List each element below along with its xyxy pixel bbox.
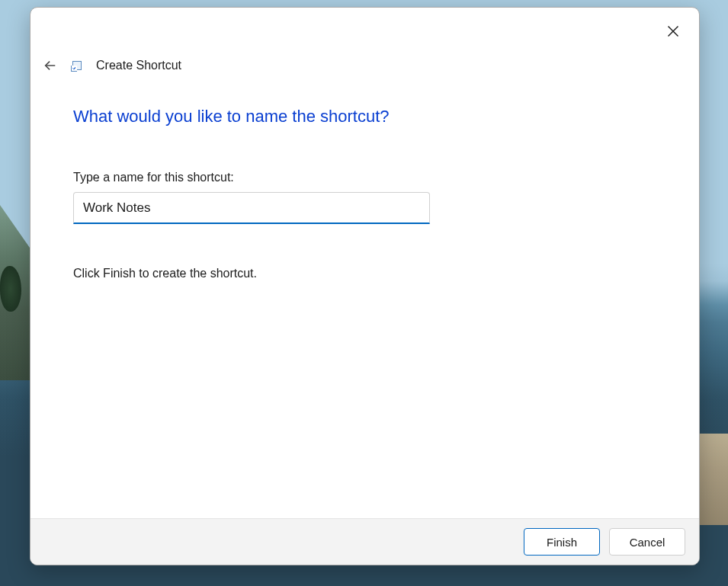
create-shortcut-dialog: Create Shortcut What would you like to n…: [30, 7, 700, 565]
background-tree: [0, 266, 21, 312]
back-button[interactable]: [41, 56, 59, 75]
shortcut-name-input[interactable]: [73, 192, 430, 224]
finish-button[interactable]: Finish: [524, 528, 600, 556]
dialog-title: Create Shortcut: [96, 59, 181, 72]
instruction-text: Click Finish to create the shortcut.: [73, 267, 656, 280]
shortcut-icon: [72, 60, 82, 71]
dialog-body: Create Shortcut What would you like to n…: [30, 8, 699, 518]
close-icon: [667, 25, 679, 37]
shortcut-name-label: Type a name for this shortcut:: [73, 171, 656, 184]
back-arrow-icon: [43, 59, 57, 72]
dialog-header: Create Shortcut: [41, 56, 181, 75]
page-heading: What would you like to name the shortcut…: [73, 107, 656, 126]
dialog-footer: Finish Cancel: [30, 518, 699, 565]
cancel-button[interactable]: Cancel: [609, 528, 685, 556]
dialog-content: What would you like to name the shortcut…: [73, 107, 656, 280]
close-button[interactable]: [661, 19, 685, 43]
